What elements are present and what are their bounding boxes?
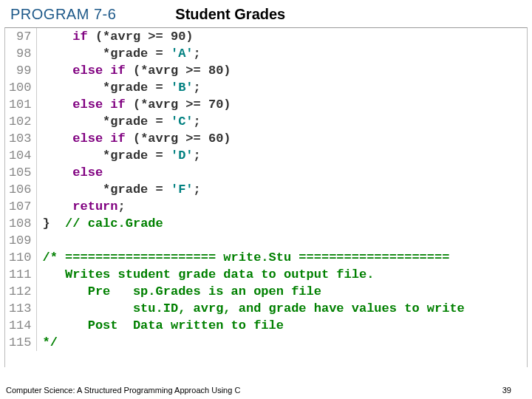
code-line: 114 Post Data written to file — [5, 317, 527, 334]
line-number: 100 — [5, 79, 36, 96]
line-number: 101 — [5, 96, 36, 113]
code-line: 103 else if (*avrg >= 60) — [5, 130, 527, 147]
code-text: else if (*avrg >= 80) — [36, 62, 527, 79]
code-line: 105 else — [5, 164, 527, 181]
code-text: } // calc.Grade — [36, 215, 527, 232]
header: PROGRAM 7-6 Student Grades — [0, 0, 532, 27]
line-number: 109 — [5, 232, 36, 249]
footer-page-number: 39 — [502, 386, 511, 395]
code-line: 97 if (*avrg >= 90) — [5, 28, 527, 45]
code-line: 106 *grade = 'F'; — [5, 181, 527, 198]
code-line: 115*/ — [5, 334, 527, 351]
program-label: PROGRAM 7-6 — [10, 6, 116, 23]
line-number: 115 — [5, 334, 36, 351]
line-number: 113 — [5, 300, 36, 317]
code-text: else if (*avrg >= 70) — [36, 96, 527, 113]
code-text: /* ==================== write.Stu ======… — [36, 249, 527, 266]
code-line: 99 else if (*avrg >= 80) — [5, 62, 527, 79]
footer-left: Computer Science: A Structured Programmi… — [6, 386, 240, 395]
slide: PROGRAM 7-6 Student Grades 97 if (*avrg … — [0, 0, 532, 399]
code-line: 112 Pre sp.Grades is an open file — [5, 283, 527, 300]
code-line: 111 Writes student grade data to output … — [5, 266, 527, 283]
code-line: 104 *grade = 'D'; — [5, 147, 527, 164]
code-text: */ — [36, 334, 527, 351]
code-text: *grade = 'F'; — [36, 181, 527, 198]
code-text: *grade = 'A'; — [36, 45, 527, 62]
code-text: return; — [36, 198, 527, 215]
code-line: 102 *grade = 'C'; — [5, 113, 527, 130]
code-line: 108} // calc.Grade — [5, 215, 527, 232]
line-number: 108 — [5, 215, 36, 232]
line-number: 114 — [5, 317, 36, 334]
code-text: *grade = 'D'; — [36, 147, 527, 164]
code-line: 107 return; — [5, 198, 527, 215]
code-listing: 97 if (*avrg >= 90)98 *grade = 'A';99 el… — [4, 27, 528, 367]
line-number: 112 — [5, 283, 36, 300]
line-number: 107 — [5, 198, 36, 215]
code-text: *grade = 'C'; — [36, 113, 527, 130]
line-number: 102 — [5, 113, 36, 130]
line-number: 104 — [5, 147, 36, 164]
line-number: 110 — [5, 249, 36, 266]
code-text: stu.ID, avrg, and grade have values to w… — [36, 300, 527, 317]
code-text: Post Data written to file — [36, 317, 527, 334]
code-line: 109 — [5, 232, 527, 249]
line-number: 99 — [5, 62, 36, 79]
page-title: Student Grades — [175, 6, 285, 23]
code-text — [36, 232, 527, 249]
code-text: if (*avrg >= 90) — [36, 28, 527, 45]
code-line: 110/* ==================== write.Stu ===… — [5, 249, 527, 266]
line-number: 98 — [5, 45, 36, 62]
code-line: 100 *grade = 'B'; — [5, 79, 527, 96]
code-text: Pre sp.Grades is an open file — [36, 283, 527, 300]
line-number: 97 — [5, 28, 36, 45]
code-text: else if (*avrg >= 60) — [36, 130, 527, 147]
code-table: 97 if (*avrg >= 90)98 *grade = 'A';99 el… — [5, 28, 527, 351]
code-line: 98 *grade = 'A'; — [5, 45, 527, 62]
code-text: *grade = 'B'; — [36, 79, 527, 96]
line-number: 111 — [5, 266, 36, 283]
line-number: 105 — [5, 164, 36, 181]
line-number: 103 — [5, 130, 36, 147]
line-number: 106 — [5, 181, 36, 198]
footer: Computer Science: A Structured Programmi… — [0, 386, 532, 395]
code-text: Writes student grade data to output file… — [36, 266, 527, 283]
code-text: else — [36, 164, 527, 181]
code-line: 101 else if (*avrg >= 70) — [5, 96, 527, 113]
code-line: 113 stu.ID, avrg, and grade have values … — [5, 300, 527, 317]
